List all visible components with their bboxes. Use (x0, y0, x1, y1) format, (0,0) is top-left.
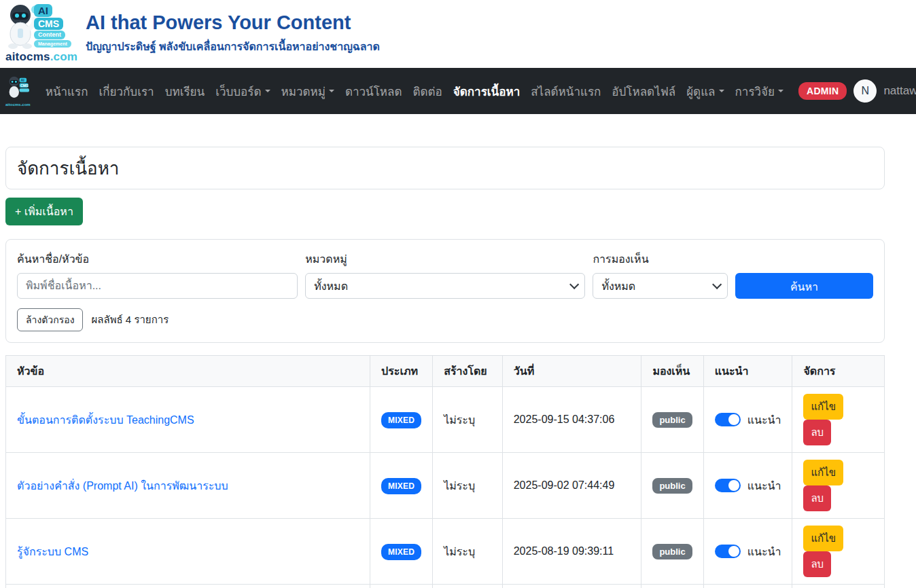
nav-item-upload-files[interactable]: อัปโหลดไฟล์ (606, 77, 681, 106)
col-header-visibility: มองเห็น (641, 356, 703, 387)
col-header-date: วันที่ (502, 356, 641, 387)
nav-item-lessons[interactable]: บทเรียน (160, 77, 211, 106)
nav-list: หน้าแรก เกี่ยวกับเรา บทเรียน เว็บบอร์ด ห… (40, 77, 789, 106)
visibility-badge: public (652, 544, 692, 559)
search-label: ค้นหาชื่อ/หัวข้อ (17, 251, 298, 268)
category-label: หมวดหมู่ (305, 251, 585, 268)
date-cell: 2025-09-15 04:37:06 (502, 387, 641, 453)
admin-role-badge: ADMIN (798, 82, 847, 100)
filter-panel: ค้นหาชื่อ/หัวข้อ หมวดหมู่ ทั้งหมด การมอง… (5, 239, 885, 343)
visibility-select[interactable]: ทั้งหมด (593, 273, 728, 299)
type-badge: MIXED (381, 412, 421, 428)
chevron-down-icon (778, 90, 783, 92)
nav-item-downloads[interactable]: ดาวน์โหลด (340, 77, 408, 106)
content-table: หัวข้อ ประเภท สร้างโดย วันที่ มองเห็น แน… (5, 355, 885, 588)
nav-item-categories-dropdown[interactable]: หมวดหมู่ (276, 77, 340, 106)
table-header-row: หัวข้อ ประเภท สร้างโดย วันที่ มองเห็น แน… (6, 356, 885, 387)
nav-item-about[interactable]: เกี่ยวกับเรา (93, 77, 159, 106)
col-header-title: หัวข้อ (6, 356, 370, 387)
delete-button[interactable]: ลบ (803, 485, 831, 511)
logo-badge-management: Management (34, 40, 71, 48)
created-by-cell: ไม่ระบุ (433, 387, 503, 453)
user-menu-dropdown[interactable]: nattawuts (883, 84, 916, 98)
brand-text: AI that Powers Your Content ปัญญาประดิษฐ… (86, 4, 380, 55)
logo-badge-content: Content (34, 31, 65, 39)
type-badge: MIXED (381, 478, 421, 494)
content-title-link[interactable]: ตัวอย่างคำสั่ง (Prompt AI) ในการพัฒนาระบ… (17, 480, 228, 492)
page-title: จัดการเนื้อหา (17, 154, 873, 182)
edit-button[interactable]: แก้ไข (803, 394, 843, 420)
site-subtitle: ปัญญาประดิษฐ์ พลังขับเคลื่อนการจัดการเนื… (86, 38, 380, 55)
chevron-down-icon (712, 280, 722, 289)
results-count-text: ผลลัพธ์ 4 รายการ (91, 312, 169, 328)
navbar-brand-domain: aitocms.com (5, 103, 31, 107)
svg-text:CMS: CMS (20, 83, 29, 87)
chevron-down-icon (569, 280, 579, 289)
table-row: การจัดเตรียมเครื่องมือสำหรับการพัฒนาระบบ… (6, 585, 885, 588)
date-cell: 2025-09-02 07:44:49 (502, 453, 641, 519)
nav-item-manage-content[interactable]: จัดการเนื้อหา (448, 77, 525, 106)
visibility-badge: public (652, 412, 692, 428)
nav-item-admin-dropdown[interactable]: ผู้ดูแล (681, 77, 729, 106)
created-by-cell: ไม่ระบุ (433, 585, 503, 588)
search-input[interactable] (17, 273, 298, 299)
visibility-badge: public (652, 478, 692, 494)
date-cell: 2025-08-19 09:39:11 (502, 519, 641, 585)
col-header-created-by: สร้างโดย (433, 356, 503, 387)
clear-filters-button[interactable]: ล้างตัวกรอง (17, 308, 83, 331)
col-header-featured: แนะนำ (703, 356, 792, 387)
table-row: ตัวอย่างคำสั่ง (Prompt AI) ในการพัฒนาระบ… (6, 453, 885, 519)
table-row: รู้จักระบบ CMS MIXED ไม่ระบุ 2025-08-19 … (6, 519, 885, 585)
visibility-label: การมองเห็น (593, 251, 728, 268)
type-badge: MIXED (381, 544, 421, 560)
date-cell: 2025-08-15 04:26:48 (502, 585, 641, 588)
edit-button[interactable]: แก้ไข (803, 460, 843, 485)
featured-toggle[interactable] (715, 545, 741, 558)
page-title-card: จัดการเนื้อหา (5, 147, 885, 189)
logo-badge-cms: CMS (34, 18, 63, 30)
col-header-type: ประเภท (370, 356, 433, 387)
content-title-link[interactable]: รู้จักระบบ CMS (17, 546, 88, 557)
user-avatar[interactable]: N (853, 79, 877, 103)
nav-item-home[interactable]: หน้าแรก (40, 77, 94, 106)
svg-text:AI: AI (21, 77, 25, 81)
brand-logo[interactable]: AI CMS Content Management aitocms.com (4, 4, 77, 64)
featured-label: แนะนำ (747, 411, 781, 428)
nav-item-contact[interactable]: ติดต่อ (407, 77, 447, 106)
navbar-brand-logo[interactable]: AI CMS aitocms.com (5, 73, 31, 109)
add-content-button[interactable]: + เพิ่มเนื้อหา (5, 198, 83, 225)
navbar-right: ADMIN N nattawuts (798, 79, 916, 103)
search-button[interactable]: ค้นหา (735, 273, 873, 299)
category-select[interactable]: ทั้งหมด (305, 273, 585, 299)
featured-label: แนะนำ (747, 543, 781, 560)
logo-badge-ai: AI (34, 4, 52, 17)
table-row: ขั้นตอนการติดตั้งระบบ TeachingCMS MIXED … (6, 387, 885, 453)
nav-item-research-dropdown[interactable]: การวิจัย (730, 77, 789, 106)
main-navbar: AI CMS aitocms.com หน้าแรก เกี่ยวกับเรา … (0, 68, 916, 114)
brand-domain-text: aitocms.com (5, 50, 77, 64)
nav-item-home-slides[interactable]: สไลด์หน้าแรก (525, 77, 606, 106)
content-title-link[interactable]: ขั้นตอนการติดตั้งระบบ TeachingCMS (17, 414, 194, 426)
col-header-actions: จัดการ (792, 356, 885, 387)
delete-button[interactable]: ลบ (803, 551, 831, 577)
delete-button[interactable]: ลบ (803, 420, 831, 445)
main-content: จัดการเนื้อหา + เพิ่มเนื้อหา ค้นหาชื่อ/ห… (5, 147, 885, 588)
chevron-down-icon (329, 90, 334, 92)
chevron-down-icon (265, 90, 270, 92)
nav-item-webboard-dropdown[interactable]: เว็บบอร์ด (210, 77, 275, 106)
navbar-robot-icon: AI CMS (6, 76, 29, 102)
site-title: AI that Powers Your Content (86, 12, 380, 34)
featured-toggle[interactable] (715, 413, 741, 426)
featured-toggle[interactable] (715, 479, 741, 492)
created-by-cell: ไม่ระบุ (433, 519, 503, 585)
site-header: AI CMS Content Management aitocms.com AI… (0, 0, 916, 68)
created-by-cell: ไม่ระบุ (433, 453, 503, 519)
edit-button[interactable]: แก้ไข (803, 526, 843, 551)
featured-label: แนะนำ (747, 477, 781, 494)
chevron-down-icon (719, 90, 724, 92)
